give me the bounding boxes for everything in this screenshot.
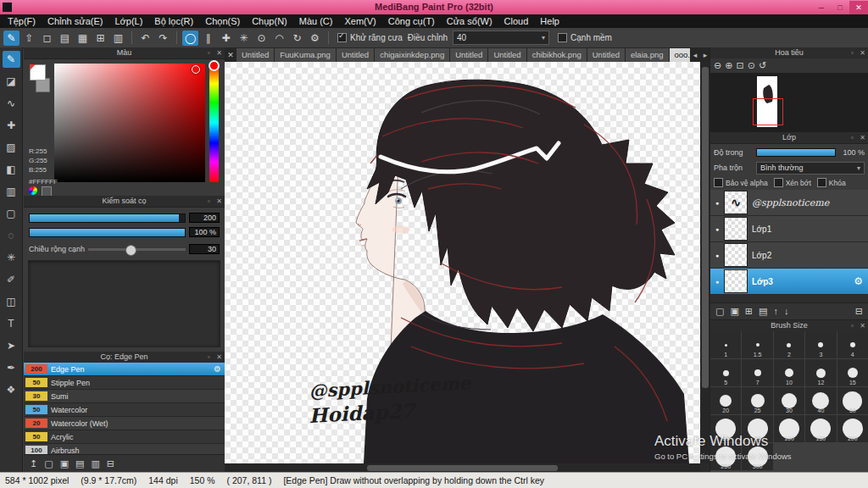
antialias-option[interactable]: Khử răng cưa [337, 33, 403, 42]
antialias-checkbox[interactable] [337, 33, 347, 42]
brush-folder-icon[interactable]: ▤ [75, 459, 84, 469]
brush-size-slider[interactable] [29, 214, 186, 223]
menu-item-9[interactable]: Cửa sổ(W) [441, 14, 498, 28]
hue-slider[interactable] [209, 64, 219, 182]
minimize-button[interactable]: ─ [812, 1, 831, 14]
brush-size-cell[interactable]: 12 [805, 359, 836, 386]
operation-tool[interactable]: ➤ [3, 337, 20, 354]
close-panel-icon[interactable]: ✕ [859, 320, 866, 331]
menu-item-1[interactable]: Chỉnh sửa(E) [42, 14, 108, 28]
brush-row-4[interactable]: 20Watercolor (Wet) [24, 417, 225, 430]
brush-row-3[interactable]: 50Watercolor [24, 403, 225, 417]
snap-settings-icon[interactable]: ⚙ [307, 30, 323, 46]
snap-parallel-icon[interactable]: ∥ [200, 30, 216, 46]
saturation-value-picker[interactable] [54, 64, 205, 182]
navigator-preview[interactable] [710, 73, 868, 132]
document-tab-3[interactable]: chigaixinkdep.png [375, 48, 450, 62]
edge-width-thumb[interactable] [125, 245, 136, 256]
layout-icon[interactable]: ▥ [110, 30, 126, 46]
snap-vanishing-icon[interactable]: ✳ [236, 30, 252, 46]
horizontal-scrollbar-thumb[interactable] [367, 465, 557, 471]
menu-item-5[interactable]: Chụp(N) [246, 14, 293, 28]
document-tab-2[interactable]: Untitled [337, 48, 375, 62]
close-tab-icon[interactable]: ✕ [225, 51, 236, 59]
float-panel-icon[interactable]: ▫ [849, 47, 856, 58]
brush-size-cell[interactable]: 70 [742, 415, 772, 442]
brush-size-cell[interactable]: 7 [742, 359, 772, 386]
brush-size-cell[interactable]: 3 [805, 331, 836, 358]
alpha-protect-checkbox[interactable] [714, 178, 723, 187]
brush-row-2[interactable]: 30Sumi [24, 390, 225, 403]
redo-icon[interactable]: ↷ [155, 30, 171, 46]
document-tab-0[interactable]: Untitled [236, 48, 275, 62]
material-icon[interactable]: ▦ [75, 30, 91, 46]
layer-row-3[interactable]: ●Lớp3⚙ [710, 269, 868, 295]
foreground-color-swatch[interactable] [30, 64, 46, 80]
brush-size-value[interactable]: 200 [189, 213, 220, 223]
blend-mode-select[interactable]: Bình thường ▾ [756, 162, 865, 175]
soft-edge-checkbox[interactable] [558, 33, 567, 42]
brush-size-cell[interactable]: 5 [710, 359, 741, 386]
lasso-tool[interactable]: ◌ [3, 227, 20, 244]
soft-edge-option[interactable]: Cạnh mềm [558, 33, 612, 42]
hand-tool[interactable]: ❖ [3, 381, 20, 398]
menu-item-7[interactable]: Xem(V) [338, 14, 381, 28]
menu-item-8[interactable]: Công cụ(T) [382, 14, 441, 28]
document-tab-5[interactable]: Untitled [488, 48, 526, 62]
gradient-tool[interactable]: ▥ [3, 183, 20, 200]
layer-visibility-icon[interactable]: ● [710, 252, 724, 258]
snap-curve-icon[interactable]: ◠ [271, 30, 287, 46]
document-tab-8[interactable]: elaia.png [626, 48, 670, 62]
eyedropper-tool[interactable]: ✒ [3, 359, 20, 376]
pen-smooth-icon[interactable]: ✎ [3, 30, 19, 46]
brush-size-cell[interactable]: 10 [774, 359, 804, 386]
brush-size-cell[interactable]: 200 [837, 415, 868, 442]
duplicate-brush-icon[interactable]: ▣ [60, 459, 69, 469]
layer-visibility-icon[interactable]: ● [710, 279, 724, 285]
select-eraser-tool[interactable]: ◫ [3, 293, 20, 310]
menu-item-4[interactable]: Chọn(S) [199, 14, 246, 28]
float-panel-icon[interactable]: ▫ [205, 196, 213, 207]
menu-item-3[interactable]: Bộ lọc(R) [148, 14, 199, 28]
brush-size-cell[interactable]: 50 [837, 387, 868, 414]
close-panel-icon[interactable]: ✕ [215, 352, 223, 363]
edge-width-value[interactable]: 30 [189, 244, 220, 254]
brush-size-cell[interactable]: 15 [837, 359, 868, 386]
alpha-protect-option[interactable]: Bảo vệ alpha [714, 178, 768, 187]
close-panel-icon[interactable]: ✕ [859, 132, 866, 143]
select-pen-tool[interactable]: ✐ [3, 271, 20, 288]
close-panel-icon[interactable]: ✕ [859, 47, 866, 58]
document-tab-9[interactable]: ooo.jpg [670, 48, 690, 62]
brush-size-cell[interactable]: 150 [805, 415, 836, 442]
undo-icon[interactable]: ↶ [137, 30, 153, 46]
brush-size-cell[interactable]: 60 [710, 415, 741, 442]
vertical-scrollbar-thumb[interactable] [702, 67, 709, 388]
bucket-tool[interactable]: ◧ [3, 161, 20, 178]
brush-size-cell[interactable]: 250 [710, 443, 741, 470]
select-rect-tool[interactable]: ▢ [3, 205, 20, 222]
lock-checkbox[interactable] [817, 178, 826, 187]
float-panel-icon[interactable]: ▫ [205, 47, 213, 58]
brush-tool[interactable]: ✎ [3, 51, 20, 68]
merge-layer-icon[interactable]: ⊞ [745, 307, 753, 316]
brush-size-cell[interactable]: 2 [774, 331, 804, 358]
eraser-tool[interactable]: ◪ [3, 73, 20, 90]
close-panel-icon[interactable]: ✕ [215, 47, 223, 58]
edge-width-slider[interactable] [88, 248, 186, 251]
fill-tool[interactable]: ▨ [3, 139, 20, 156]
tab-scroll-left-icon[interactable]: ◂ [690, 51, 700, 59]
close-button[interactable]: ✕ [849, 1, 868, 14]
comment-icon[interactable]: ◻ [39, 30, 55, 46]
lock-option[interactable]: Khóa [817, 178, 846, 187]
layer-down-icon[interactable]: ↓ [784, 307, 789, 316]
document-tab-4[interactable]: Untitled [450, 48, 488, 62]
float-panel-icon[interactable]: ▫ [205, 352, 213, 363]
pages-icon[interactable]: ▤ [57, 30, 73, 46]
brush-size-cell[interactable]: 1 [710, 331, 741, 358]
brush-row-0[interactable]: 200Edge Pen⚙ [24, 363, 225, 376]
magic-wand-tool[interactable]: ✳ [3, 249, 20, 266]
menu-item-0[interactable]: Tệp(F) [2, 14, 42, 28]
rotate-reset-icon[interactable]: ↺ [759, 61, 766, 70]
layer-visibility-icon[interactable]: ● [710, 200, 724, 206]
snap-cross-icon[interactable]: ✚ [218, 30, 234, 46]
